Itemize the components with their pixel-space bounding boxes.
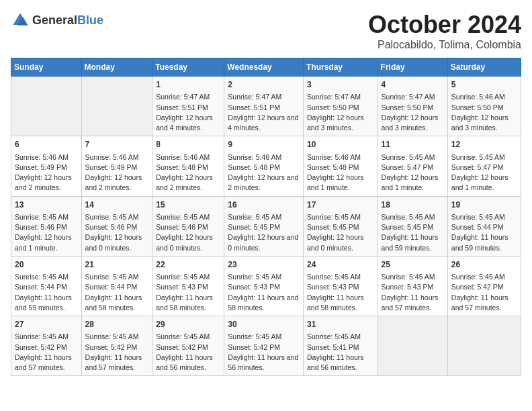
day-number: 31 [307, 319, 374, 330]
day-info-line: Sunrise: 5:45 AM [156, 332, 220, 342]
calendar-cell [11, 77, 82, 136]
day-info-line: Sunrise: 5:45 AM [451, 212, 517, 222]
day-info-line: Daylight: 12 hours and 1 minute. [307, 173, 374, 193]
day-info-line: Sunset: 5:46 PM [85, 222, 149, 232]
calendar-cell: 20Sunrise: 5:45 AMSunset: 5:44 PMDayligh… [11, 256, 82, 316]
logo-icon [11, 11, 30, 30]
day-info-line: Daylight: 11 hours and 56 minutes. [228, 353, 300, 373]
day-info-line: Sunrise: 5:46 AM [228, 152, 300, 163]
calendar-cell: 15Sunrise: 5:45 AMSunset: 5:46 PMDayligh… [152, 196, 224, 256]
day-info-line: Sunrise: 5:47 AM [156, 92, 220, 102]
day-info-line: Daylight: 11 hours and 59 minutes. [382, 232, 444, 253]
day-info-line: Daylight: 11 hours and 59 minutes. [15, 293, 78, 313]
day-info-line: Sunrise: 5:45 AM [85, 212, 149, 222]
day-info-line: Sunrise: 5:47 AM [307, 92, 374, 102]
day-info-line: Sunrise: 5:45 AM [307, 272, 374, 282]
logo: GeneralBlue [11, 11, 103, 30]
day-number: 5 [451, 79, 517, 91]
day-number: 25 [382, 259, 444, 271]
day-info-line: Sunrise: 5:45 AM [228, 212, 300, 222]
day-info-line: Sunset: 5:46 PM [156, 222, 220, 232]
day-number: 19 [451, 199, 517, 211]
calendar-cell: 3Sunrise: 5:47 AMSunset: 5:50 PMDaylight… [303, 77, 378, 136]
day-info-line: Sunset: 5:48 PM [307, 163, 374, 173]
day-number: 30 [228, 319, 300, 330]
day-info-line: Daylight: 12 hours and 3 minutes. [382, 113, 444, 133]
day-number: 3 [307, 79, 374, 91]
calendar-cell: 18Sunrise: 5:45 AMSunset: 5:45 PMDayligh… [378, 196, 447, 256]
day-info-line: Daylight: 12 hours and 4 minutes. [156, 113, 220, 133]
day-info-line: Daylight: 12 hours and 2 minutes. [15, 173, 78, 193]
day-info-line: Sunset: 5:50 PM [451, 103, 517, 113]
day-number: 11 [382, 139, 444, 150]
calendar-cell [81, 77, 152, 136]
title-section: October 2024 Palocabildo, Tolima, Colomb… [368, 11, 521, 51]
day-number: 15 [156, 199, 220, 211]
calendar-cell: 1Sunrise: 5:47 AMSunset: 5:51 PMDaylight… [152, 77, 224, 136]
logo-text-general: General [32, 13, 77, 27]
calendar-cell: 26Sunrise: 5:45 AMSunset: 5:42 PMDayligh… [447, 256, 521, 316]
day-info-line: Sunset: 5:42 PM [228, 342, 300, 353]
day-info-line: Sunset: 5:49 PM [15, 163, 78, 173]
day-info-line: Daylight: 12 hours and 0 minutes. [307, 232, 374, 253]
calendar-cell: 17Sunrise: 5:45 AMSunset: 5:45 PMDayligh… [303, 196, 378, 256]
calendar-cell: 13Sunrise: 5:45 AMSunset: 5:46 PMDayligh… [11, 196, 82, 256]
day-number: 13 [15, 199, 78, 211]
day-info-line: Sunrise: 5:45 AM [382, 272, 444, 282]
day-info-line: Daylight: 12 hours and 0 minutes. [85, 232, 149, 253]
day-info-line: Daylight: 11 hours and 56 minutes. [307, 353, 374, 373]
day-number: 17 [307, 199, 374, 211]
day-info-line: Sunset: 5:44 PM [451, 222, 517, 232]
day-info-line: Sunrise: 5:46 AM [307, 152, 374, 163]
day-info-line: Sunset: 5:47 PM [382, 163, 444, 173]
day-info-line: Sunset: 5:51 PM [156, 103, 220, 113]
day-info-line: Sunset: 5:46 PM [15, 222, 78, 232]
day-info-line: Daylight: 12 hours and 0 minutes. [228, 232, 300, 253]
day-number: 26 [451, 259, 517, 271]
day-number: 9 [228, 139, 300, 150]
header-tuesday: Tuesday [152, 58, 224, 77]
calendar-cell [378, 316, 447, 376]
day-number: 20 [15, 259, 78, 271]
day-number: 12 [451, 139, 517, 150]
day-info-line: Sunrise: 5:47 AM [228, 92, 300, 102]
calendar-cell [447, 316, 521, 376]
calendar-cell: 12Sunrise: 5:45 AMSunset: 5:47 PMDayligh… [447, 136, 521, 196]
day-info-line: Sunset: 5:43 PM [307, 282, 374, 292]
day-info-line: Sunset: 5:43 PM [156, 282, 220, 292]
day-info-line: Sunrise: 5:46 AM [85, 152, 149, 163]
day-info-line: Sunset: 5:48 PM [228, 163, 300, 173]
calendar-cell: 19Sunrise: 5:45 AMSunset: 5:44 PMDayligh… [447, 196, 521, 256]
day-info-line: Sunset: 5:51 PM [228, 103, 300, 113]
day-info-line: Daylight: 11 hours and 58 minutes. [156, 293, 220, 313]
logo-text-blue: Blue [77, 13, 103, 27]
day-info-line: Sunset: 5:44 PM [15, 282, 78, 292]
month-title: October 2024 [368, 11, 521, 39]
calendar-cell: 28Sunrise: 5:45 AMSunset: 5:42 PMDayligh… [81, 316, 152, 376]
day-number: 10 [307, 139, 374, 150]
day-info-line: Sunset: 5:43 PM [228, 282, 300, 292]
day-info-line: Sunrise: 5:46 AM [156, 152, 220, 163]
day-info-line: Sunset: 5:48 PM [156, 163, 220, 173]
day-info-line: Sunrise: 5:45 AM [307, 332, 374, 342]
calendar-cell: 7Sunrise: 5:46 AMSunset: 5:49 PMDaylight… [81, 136, 152, 196]
day-info-line: Daylight: 12 hours and 4 minutes. [228, 113, 300, 133]
header-saturday: Saturday [447, 58, 521, 77]
calendar-cell: 27Sunrise: 5:45 AMSunset: 5:42 PMDayligh… [11, 316, 82, 376]
day-number: 22 [156, 259, 220, 271]
day-info-line: Sunrise: 5:45 AM [156, 212, 220, 222]
calendar-cell: 22Sunrise: 5:45 AMSunset: 5:43 PMDayligh… [152, 256, 224, 316]
day-info-line: Sunrise: 5:46 AM [15, 152, 78, 163]
day-number: 27 [15, 319, 78, 330]
day-info-line: Sunrise: 5:45 AM [451, 272, 517, 282]
day-number: 16 [228, 199, 300, 211]
day-number: 18 [382, 199, 444, 211]
calendar-cell: 16Sunrise: 5:45 AMSunset: 5:45 PMDayligh… [224, 196, 304, 256]
day-info-line: Daylight: 11 hours and 57 minutes. [382, 293, 444, 313]
day-number: 21 [85, 259, 149, 271]
day-info-line: Sunset: 5:45 PM [382, 222, 444, 232]
calendar-header-row: SundayMondayTuesdayWednesdayThursdayFrid… [11, 58, 521, 77]
calendar-week-row: 6Sunrise: 5:46 AMSunset: 5:49 PMDaylight… [11, 136, 521, 196]
day-info-line: Sunrise: 5:47 AM [382, 92, 444, 102]
day-info-line: Sunset: 5:44 PM [85, 282, 149, 292]
